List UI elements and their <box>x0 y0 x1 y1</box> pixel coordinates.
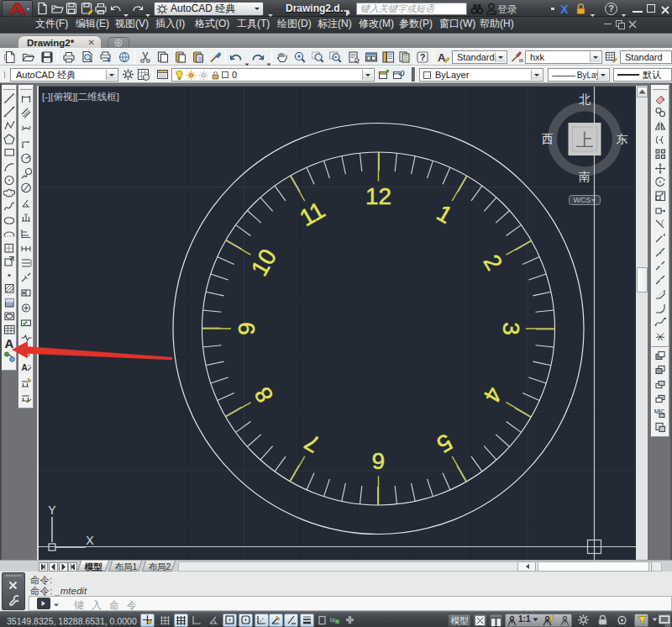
svg-text:X: X <box>86 534 94 547</box>
svg-text:WCS: WCS <box>574 196 591 204</box>
svg-text:3: 3 <box>498 322 524 335</box>
svg-text:?: ? <box>420 52 426 62</box>
svg-text:东: 东 <box>617 132 628 145</box>
svg-text:Y: Y <box>48 503 56 517</box>
svg-text:上: 上 <box>576 130 594 150</box>
svg-text:西: 西 <box>542 132 554 145</box>
svg-text:6: 6 <box>372 448 386 474</box>
svg-text:12: 12 <box>365 183 391 209</box>
svg-text:南: 南 <box>579 170 591 183</box>
svg-text:北: 北 <box>579 92 591 106</box>
svg-text:9: 9 <box>234 322 260 335</box>
svg-text:[-][俯视][二维线框]: [-][俯视][二维线框] <box>42 92 119 102</box>
